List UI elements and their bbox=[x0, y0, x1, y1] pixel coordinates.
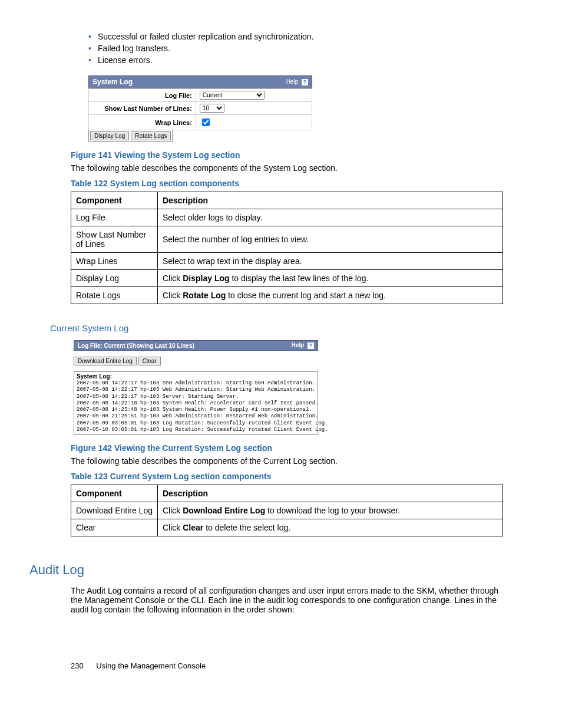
page-number: 230 bbox=[71, 661, 84, 670]
help-text: Help bbox=[292, 342, 305, 348]
help-link[interactable]: Help ? bbox=[286, 78, 308, 85]
list-item: Failed log transfers. bbox=[88, 44, 503, 53]
panel-title: Log File: Current (Showing Last 10 Lines… bbox=[78, 342, 194, 349]
audit-log-paragraph: The Audit Log contains a record of all c… bbox=[71, 586, 503, 614]
current-log-panel: Log File: Current (Showing Last 10 Lines… bbox=[74, 340, 318, 435]
table-header-component: Component bbox=[71, 192, 158, 209]
table-header-description: Description bbox=[158, 192, 503, 209]
audit-log-heading: Audit Log bbox=[29, 562, 503, 578]
download-entire-log-button[interactable]: Download Entire Log bbox=[74, 357, 137, 365]
component-cell: Log File bbox=[71, 209, 158, 226]
description-cell: Select to wrap text in the display area. bbox=[158, 253, 503, 270]
help-link[interactable]: Help ? bbox=[292, 342, 314, 349]
lines-select[interactable]: 10 bbox=[200, 104, 224, 113]
table-header-component: Component bbox=[71, 485, 158, 502]
list-item: License errors. bbox=[88, 55, 503, 65]
help-icon: ? bbox=[302, 79, 308, 85]
system-log-panel: System Log Help ? Log File: Current Show… bbox=[88, 75, 312, 142]
log-line: 2007-05-08 14:22:17 hp-103 Web Administr… bbox=[77, 387, 315, 393]
component-cell: Download Entire Log bbox=[71, 502, 158, 519]
table-122-caption: Table 122 System Log section components bbox=[71, 179, 503, 188]
component-cell: Wrap Lines bbox=[71, 253, 158, 270]
table-122: Component Description Log File Select ol… bbox=[71, 192, 503, 304]
help-icon: ? bbox=[308, 342, 314, 349]
table-row: Download Entire Log Click Download Entir… bbox=[71, 502, 503, 519]
figure-141-followup: The following table describes the compon… bbox=[71, 163, 503, 173]
table-123: Component Description Download Entire Lo… bbox=[71, 485, 503, 536]
description-cell: Select older logs to display. bbox=[158, 209, 503, 226]
figure-142-followup: The following table describes the compon… bbox=[71, 456, 503, 466]
wrap-lines-checkbox[interactable] bbox=[202, 118, 210, 126]
figure-141-caption: Figure 141 Viewing the System Log sectio… bbox=[71, 150, 503, 160]
component-cell: Clear bbox=[71, 519, 158, 536]
description-cell: Click Display Log to display the last fe… bbox=[158, 270, 503, 287]
component-cell: Show Last Number of Lines bbox=[71, 226, 158, 253]
log-line: 2007-05-09 03:05:01 hp-103 Log Rotation:… bbox=[77, 420, 315, 427]
table-row: Clear Click Clear to delete the select l… bbox=[71, 519, 503, 536]
page-footer: 230 Using the Management Console bbox=[71, 661, 503, 670]
lines-label: Show Last Number of Lines: bbox=[89, 102, 196, 115]
table-row: Show Last Number of Lines Select the num… bbox=[71, 226, 503, 253]
table-row: Rotate Logs Click Rotate Log to close th… bbox=[71, 287, 503, 304]
panel-titlebar: System Log Help ? bbox=[88, 75, 312, 88]
log-file-label: Log File: bbox=[89, 89, 196, 102]
table-row: Wrap Lines Select to wrap text in the di… bbox=[71, 253, 503, 270]
log-line: 2007-05-08 21:25:51 hp-103 Web Administr… bbox=[77, 413, 315, 420]
log-line: 2007-05-10 03:05:01 hp-103 Log Rotation:… bbox=[77, 427, 315, 433]
system-log-form: Log File: Current Show Last Number of Li… bbox=[88, 88, 312, 130]
footer-title: Using the Management Console bbox=[96, 661, 206, 670]
table-123-caption: Table 123 Current System Log section com… bbox=[71, 472, 503, 481]
bullet-text: License errors. bbox=[98, 55, 153, 65]
clear-button[interactable]: Clear bbox=[138, 357, 161, 365]
current-system-log-heading: Current System Log bbox=[50, 323, 503, 333]
table-header-description: Description bbox=[158, 485, 503, 502]
table-row: Display Log Click Display Log to display… bbox=[71, 270, 503, 287]
rotate-logs-button[interactable]: Rotate Logs bbox=[131, 131, 171, 140]
display-log-button[interactable]: Display Log bbox=[90, 131, 129, 140]
panel-title: System Log bbox=[92, 78, 133, 86]
list-item: Successful or failed cluster replication… bbox=[88, 32, 503, 41]
log-line: 2007-05-08 14:22:17 hp-103 Server: Start… bbox=[77, 394, 315, 400]
panel-titlebar: Log File: Current (Showing Last 10 Lines… bbox=[74, 340, 318, 351]
description-cell: Select the number of log entries to view… bbox=[158, 226, 503, 253]
component-cell: Rotate Logs bbox=[71, 287, 158, 304]
component-cell: Display Log bbox=[71, 270, 158, 287]
description-cell: Click Rotate Log to close the current lo… bbox=[158, 287, 503, 304]
log-area-label: System Log: bbox=[77, 373, 315, 380]
bullet-text: Successful or failed cluster replication… bbox=[98, 32, 314, 41]
table-row: Log File Select older logs to display. bbox=[71, 209, 503, 226]
log-file-select[interactable]: Current bbox=[200, 91, 265, 100]
figure-142-caption: Figure 142 Viewing the Current System Lo… bbox=[71, 443, 503, 453]
description-cell: Click Clear to delete the select log. bbox=[158, 519, 503, 536]
system-log-display: System Log: 2007-05-08 14:22:17 hp-103 S… bbox=[74, 371, 318, 435]
intro-bullet-list: Successful or failed cluster replication… bbox=[71, 32, 503, 65]
bullet-text: Failed log transfers. bbox=[98, 44, 170, 53]
log-line: 2007-05-08 14:23:48 hp-103 System Health… bbox=[77, 407, 315, 413]
description-cell: Click Download Entire Log to download th… bbox=[158, 502, 503, 519]
log-line: 2007-05-08 14:22:18 hp-103 System Health… bbox=[77, 400, 315, 407]
help-text: Help bbox=[286, 78, 299, 85]
wrap-lines-label: Wrap Lines: bbox=[89, 115, 196, 130]
log-line: 2007-05-08 14:22:17 hp-103 SSH Administr… bbox=[77, 380, 315, 387]
